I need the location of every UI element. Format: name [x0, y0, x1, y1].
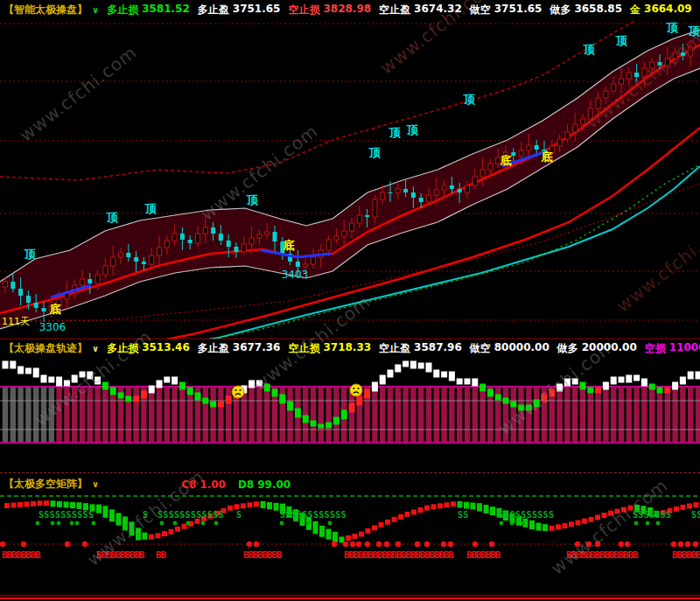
indicator-label: 做空 — [470, 341, 491, 356]
chevron-down-icon[interactable]: ∨ — [92, 479, 99, 489]
svg-text:S: S — [143, 510, 148, 520]
svg-text:顶: 顶 — [389, 126, 402, 139]
chevron-down-icon[interactable]: ∨ — [92, 344, 99, 353]
indicator-value: 1.00 — [200, 479, 226, 491]
indicator-item: 多止盈3751.65 — [198, 3, 281, 17]
indicator-label: 多止盈 — [198, 3, 229, 17]
indicator-value: 80000.00 — [494, 341, 550, 356]
svg-text:顶: 顶 — [369, 146, 382, 159]
svg-text:顶: 顶 — [689, 24, 700, 38]
indicator-label: 金 — [630, 3, 640, 17]
svg-text:111天: 111天 — [2, 316, 30, 327]
indicator-label: 做多 — [550, 3, 570, 17]
svg-text:SSSSSSSSSS: SSSSSSSSSS — [499, 510, 554, 520]
panel-title-top[interactable]: 【智能太极操盘】 — [4, 3, 88, 17]
histogram-chart[interactable] — [0, 357, 700, 473]
indicator-label: D8 — [238, 479, 254, 491]
svg-text:BBBBBBBBBBBBBBB: BBBBBBBBBBBBBBB — [566, 549, 639, 561]
indicator-item: 空止损3828.98 — [288, 3, 371, 17]
panel-header-bottom: 【太极多空矩阵】 ∨ C81.00D899.00 — [0, 477, 290, 492]
svg-text:底: 底 — [49, 303, 61, 316]
svg-text:BBBBBB: BBBBBB — [672, 549, 700, 561]
indicator-value: 3513.46 — [142, 341, 190, 356]
indicator-value: 3658.85 — [574, 3, 622, 17]
svg-text:BBBBBBBB: BBBBBBBB — [243, 549, 283, 561]
svg-text:BB: BB — [156, 549, 166, 561]
indicator-label: 多止损 — [107, 341, 138, 356]
svg-text:底: 底 — [283, 239, 295, 252]
indicator-item: 空止损3718.33 — [288, 341, 371, 356]
indicator-item: 空止盈3674.32 — [379, 3, 462, 17]
panel-title-middle[interactable]: 【太极操盘轨迹】 — [4, 341, 88, 356]
trading-terminal: 【智能太极操盘】 ∨ 多止损3581.52多止盈3751.65空止损3828.9… — [0, 0, 700, 601]
svg-text:底: 底 — [500, 154, 512, 167]
svg-text:BBBBBBBBBBBBBBBBBBBBBBB: BBBBBBBBBBBBBBBBBBBBBBB — [344, 549, 454, 561]
indicator-label: 做空 — [470, 3, 491, 17]
indicator-value: 3581.52 — [142, 3, 190, 17]
panel-header-middle: 【太极操盘轨迹】 ∨ 多止损3513.46多止盈3677.36空止损3718.3… — [0, 341, 700, 356]
indicator-item: 多止盈3677.36 — [198, 341, 281, 356]
panel-title-bottom[interactable]: 【太极多空矩阵】 — [4, 477, 88, 492]
indicator-label: 空止盈 — [379, 341, 410, 356]
indicator-item: 做空3751.65 — [470, 3, 542, 17]
indicator-label: 空止盈 — [379, 3, 410, 17]
svg-text:顶: 顶 — [464, 93, 476, 106]
indicator-item: 空损110000.00 — [645, 341, 700, 356]
indicator-label: 空损 — [645, 341, 666, 356]
candlestick-chart[interactable]: 顶顶顶顶顶顶顶顶顶顶顶顶底底底底33063403111天 — [0, 21, 700, 339]
indicator-item: 做多3658.85 — [550, 3, 622, 17]
indicator-value: 3718.33 — [323, 341, 371, 356]
indicator-list-bottom: C81.00D899.00 — [107, 479, 290, 491]
svg-text:顶: 顶 — [616, 34, 628, 47]
indicator-item: D899.00 — [238, 479, 290, 491]
indicator-value: 3751.65 — [494, 3, 542, 17]
indicator-item: 金3664.09 — [630, 3, 692, 17]
svg-text:3403: 3403 — [282, 269, 309, 281]
indicator-value: 3828.98 — [323, 3, 371, 17]
svg-text:SS: SS — [691, 510, 700, 520]
indicator-item: C81.00 — [181, 479, 226, 491]
indicator-list-middle: 多止损3513.46多止盈3677.36空止损3718.33空止盈3587.96… — [107, 341, 700, 356]
indicator-list-top: 多止损3581.52多止盈3751.65空止损3828.98空止盈3674.32… — [107, 3, 700, 17]
indicator-value: 3587.96 — [414, 341, 462, 356]
svg-text:顶: 顶 — [584, 43, 596, 56]
svg-text:SSSSSSSSSS: SSSSSSSSSS — [38, 510, 94, 520]
svg-text:顶: 顶 — [667, 21, 679, 34]
svg-text:顶: 顶 — [247, 193, 259, 206]
svg-text:BBBBBBBB: BBBBBBBB — [2, 549, 41, 561]
indicator-value: 110000.00 — [669, 341, 700, 356]
panel-header-top: 【智能太极操盘】 ∨ 多止损3581.52多止盈3751.65空止损3828.9… — [0, 3, 700, 17]
indicator-value: 20000.00 — [582, 341, 637, 356]
indicator-item: 做空80000.00 — [470, 341, 550, 356]
svg-text:3306: 3306 — [39, 321, 66, 333]
svg-text:底: 底 — [541, 150, 553, 164]
panel-divider-dashed — [0, 472, 700, 473]
indicator-label: 空止损 — [288, 341, 319, 356]
svg-text:顶: 顶 — [145, 202, 158, 215]
indicator-value: 3677.36 — [233, 341, 281, 356]
indicator-value: 3664.09 — [644, 3, 692, 17]
panel-divider — [0, 339, 700, 339]
indicator-value: 3751.65 — [233, 3, 281, 17]
indicator-item: 做多20000.00 — [557, 341, 637, 356]
svg-text:顶: 顶 — [24, 248, 37, 261]
svg-text:顶: 顶 — [107, 211, 119, 224]
indicator-item: 多止损3513.46 — [107, 341, 190, 356]
svg-text:BBBBBBBBBB: BBBBBBBBBB — [96, 549, 145, 561]
indicator-value: 3674.32 — [414, 3, 462, 17]
svg-text:S: S — [236, 510, 242, 520]
svg-text:SSSSSSSSSSSS: SSSSSSSSSSSS — [158, 510, 224, 520]
indicator-item: 空止盈3587.96 — [379, 341, 462, 356]
svg-text:SS: SS — [458, 510, 469, 520]
indicator-label: 做多 — [557, 341, 578, 356]
svg-text:BBBBBBB: BBBBBBB — [466, 549, 501, 561]
chevron-down-icon[interactable]: ∨ — [92, 5, 99, 15]
indicator-label: 多止盈 — [198, 341, 229, 356]
indicator-value: 99.00 — [257, 479, 290, 491]
indicator-item: 多止损3581.52 — [107, 3, 190, 17]
indicator-label: C8 — [181, 479, 196, 491]
svg-text:顶: 顶 — [407, 123, 419, 136]
svg-text:SSSSSSSSSSSS: SSSSSSSSSSSS — [280, 510, 346, 520]
matrix-chart[interactable]: SSSSSSSSSSSSSSSSSSSSSSSSSSSSSSSSSSSSSSSS… — [0, 492, 700, 601]
indicator-label: 空止损 — [288, 3, 319, 17]
